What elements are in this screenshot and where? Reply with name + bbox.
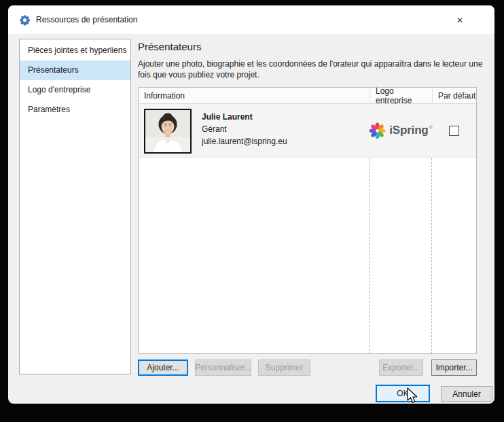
sidebar-item-attachments[interactable]: Pièces jointes et hyperliens — [20, 41, 130, 60]
trademark-mark: ® — [429, 125, 433, 130]
presenter-info-cell: Julie Laurent Gérant julie.laurent@ispri… — [139, 104, 370, 157]
table-body: Julie Laurent Gérant julie.laurent@ispri… — [139, 104, 476, 354]
ok-button[interactable]: OK — [376, 385, 430, 402]
category-list: Pièces jointes et hyperliens Présentateu… — [19, 39, 131, 374]
close-icon[interactable]: ✕ — [452, 14, 467, 27]
presenters-table: Information Logo entreprise Par défaut — [138, 87, 477, 354]
import-button[interactable]: Importer... — [431, 359, 477, 376]
presenter-role: Gérant — [202, 124, 287, 134]
sidebar-item-presenters[interactable]: Présentateurs — [20, 60, 130, 80]
column-header-company-logo[interactable]: Logo entreprise — [370, 88, 432, 103]
delete-button: Supprimer — [258, 359, 310, 376]
gear-icon — [19, 14, 31, 26]
sidebar-item-company-logo[interactable]: Logo d'entreprise — [20, 80, 130, 100]
dialog-window: Ressources de présentation ✕ Pièces join… — [8, 5, 494, 404]
ispring-pinwheel-icon — [369, 122, 386, 139]
window-title: Ressources de présentation — [36, 15, 137, 24]
presenter-photo — [144, 109, 192, 154]
presenter-name: Julie Laurent — [202, 112, 287, 122]
page-description: Ajouter une photo, biographie et les coo… — [138, 58, 487, 80]
cancel-button[interactable]: Annuler — [441, 386, 492, 402]
title-bar: Ressources de présentation ✕ — [8, 5, 494, 34]
table-header: Information Logo entreprise Par défaut — [139, 88, 476, 104]
add-button[interactable]: Ajouter... — [138, 359, 188, 376]
default-checkbox[interactable] — [449, 126, 459, 136]
table-row[interactable]: Julie Laurent Gérant julie.laurent@ispri… — [139, 104, 476, 158]
column-header-default[interactable]: Par défaut — [432, 88, 476, 103]
ispring-logo: iSpring ® — [369, 122, 432, 139]
page-title: Présentateurs — [138, 41, 201, 52]
presenter-text-block: Julie Laurent Gérant julie.laurent@ispri… — [202, 109, 287, 146]
company-logo-cell: iSpring ® — [370, 104, 432, 157]
sidebar-item-settings[interactable]: Paramètres — [20, 100, 130, 120]
ispring-logo-text: iSpring — [389, 124, 428, 137]
customize-button: Personnaliser... — [195, 359, 251, 376]
default-cell — [432, 104, 476, 157]
presenter-email: julie.laurent@ispring.eu — [202, 137, 287, 146]
export-button: Exporter... — [379, 359, 423, 376]
column-header-information[interactable]: Information — [139, 88, 370, 103]
